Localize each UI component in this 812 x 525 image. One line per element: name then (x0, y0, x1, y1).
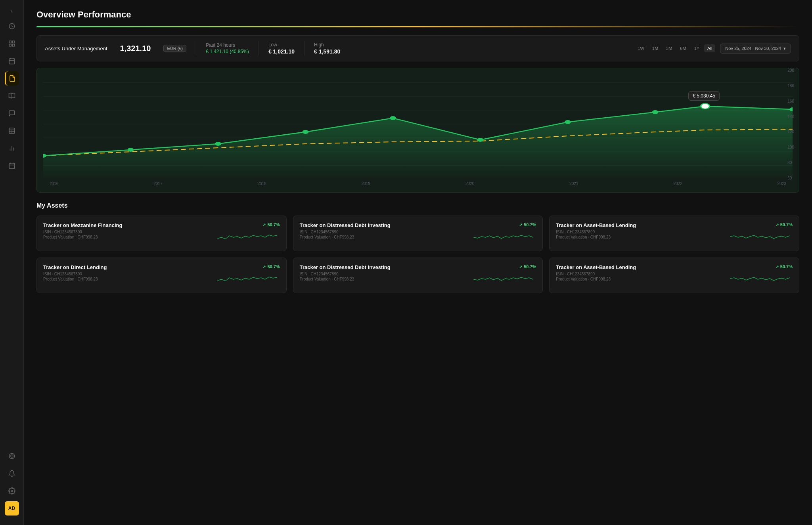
asset-valuation-5: Product Valuation · CHF998.23 (556, 277, 636, 281)
svg-rect-2 (12, 41, 14, 43)
asset-isin-4: ISIN · CH1234567890 (300, 272, 391, 276)
mini-chart-0 (216, 229, 280, 244)
asset-card-header-5: Tracker on Asset-Based Lending ISIN · CH… (556, 264, 793, 286)
asset-isin-2: ISIN · CH1234567890 (556, 230, 636, 234)
asset-valuation-4: Product Valuation · CHF998.23 (300, 277, 391, 281)
svg-point-41 (701, 103, 709, 109)
mini-chart-5 (729, 271, 793, 286)
time-filter-1w[interactable]: 1W (634, 44, 647, 52)
currency-selector[interactable]: EUR (€) (163, 45, 186, 52)
sidebar-item-document[interactable] (5, 71, 19, 86)
asset-name-3: Tracker on Direct Lending (43, 264, 107, 270)
mini-chart-1 (473, 229, 536, 244)
sidebar-item-table[interactable] (5, 124, 19, 138)
svg-point-36 (303, 130, 309, 134)
time-filter-3m[interactable]: 3M (663, 44, 675, 52)
high-stat: High € 1,591.80 (314, 42, 340, 55)
svg-point-25 (11, 490, 13, 492)
sidebar-collapse-button[interactable]: ‹ (5, 6, 19, 16)
time-filters: 1W 1M 3M 6M 1Y All Nov 25, 2024 - Nov 30… (634, 44, 791, 53)
time-filter-1m[interactable]: 1M (649, 44, 661, 52)
svg-point-40 (652, 110, 659, 114)
page-title: Overview Performance (36, 10, 799, 20)
divider3 (304, 41, 304, 55)
asset-badge-value-0: 50.7% (267, 222, 280, 227)
asset-card-header-1: Tracker on Distressed Debt Investing ISI… (300, 222, 536, 244)
asset-card-header-2: Tracker on Asset-Based Lending ISIN · CH… (556, 222, 793, 244)
main-content: Overview Performance Assets Under Manage… (24, 0, 812, 525)
trend-up-icon: ↗ (519, 223, 522, 227)
divider (196, 41, 196, 55)
asset-card-3[interactable]: Tracker on Direct Lending ISIN · CH12345… (36, 258, 287, 293)
svg-rect-5 (9, 59, 15, 64)
sidebar-bottom-nav: AD (5, 449, 19, 519)
stats-bar: Assets Under Management 1,321.10 EUR (€)… (36, 35, 799, 61)
asset-badge-4: ↗ 50.7% (519, 264, 536, 269)
asset-name-1: Tracker on Distressed Debt Investing (300, 222, 391, 228)
time-filter-all[interactable]: All (704, 44, 715, 52)
chart-y-labels: 2001801601401201008060 (787, 68, 794, 180)
asset-badge-value-5: 50.7% (780, 264, 793, 269)
trend-up-icon: ↗ (262, 265, 266, 269)
time-filter-6m[interactable]: 6M (677, 44, 689, 52)
chart-x-labels: 20162017201820192020202120222023 (43, 179, 793, 186)
asset-card-2[interactable]: Tracker on Asset-Based Lending ISIN · CH… (549, 216, 799, 251)
trend-up-icon: ↗ (519, 265, 522, 269)
svg-rect-9 (9, 128, 15, 134)
mini-chart-4 (473, 271, 536, 286)
sidebar-item-calendar[interactable] (5, 54, 19, 68)
performance-chart: € 5,030.45 (36, 68, 799, 193)
sidebar-item-grid[interactable] (5, 36, 19, 51)
trend-up-icon: ↗ (776, 265, 779, 269)
asset-name-4: Tracker on Distressed Debt Investing (300, 264, 391, 270)
sidebar-item-barchart[interactable] (5, 141, 19, 155)
mini-chart-2 (729, 229, 793, 244)
past24h-stat: Past 24 hours € 1,421.10 (40.85%) (206, 42, 249, 54)
asset-card-4[interactable]: Tracker on Distressed Debt Investing ISI… (293, 258, 543, 293)
asset-valuation-2: Product Valuation · CHF998.23 (556, 235, 636, 239)
asset-badge-value-1: 50.7% (524, 222, 536, 227)
sidebar-item-settings[interactable] (5, 484, 19, 498)
time-filter-1y[interactable]: 1Y (691, 44, 703, 52)
sidebar-nav: ‹ (5, 6, 19, 449)
sidebar-item-calendar2[interactable] (5, 158, 19, 173)
mini-chart-3 (216, 271, 280, 286)
asset-valuation-3: Product Valuation · CHF998.23 (43, 277, 107, 281)
divider2 (259, 41, 259, 55)
sidebar-item-bell[interactable] (5, 466, 19, 481)
my-assets-title: My Assets (36, 202, 799, 209)
svg-rect-4 (12, 44, 14, 46)
asset-name-5: Tracker on Asset-Based Lending (556, 264, 636, 270)
sidebar-item-chat[interactable] (5, 106, 19, 120)
svg-rect-16 (9, 163, 15, 169)
asset-name-2: Tracker on Asset-Based Lending (556, 222, 636, 228)
asset-badge-value-4: 50.7% (524, 264, 536, 269)
asset-card-5[interactable]: Tracker on Asset-Based Lending ISIN · CH… (549, 258, 799, 293)
asset-isin-1: ISIN · CH1234567890 (300, 230, 391, 234)
svg-point-35 (215, 142, 221, 146)
asset-name-0: Tracker on Mezzanine Financing (43, 222, 122, 228)
title-underline (36, 26, 799, 27)
svg-rect-1 (9, 41, 11, 43)
date-range-picker[interactable]: Nov 25, 2024 - Nov 30, 2024 ▾ (720, 44, 791, 53)
asset-badge-5: ↗ 50.7% (776, 264, 793, 269)
asset-card-0[interactable]: Tracker on Mezzanine Financing ISIN · CH… (36, 216, 287, 251)
asset-card-1[interactable]: Tracker on Distressed Debt Investing ISI… (293, 216, 543, 251)
asset-card-header-4: Tracker on Distressed Debt Investing ISI… (300, 264, 536, 286)
sidebar-item-target[interactable] (5, 449, 19, 463)
sidebar-item-book[interactable] (5, 89, 19, 103)
asset-valuation-1: Product Valuation · CHF998.23 (300, 235, 391, 239)
sidebar-item-clock[interactable] (5, 19, 19, 33)
chevron-down-icon: ▾ (783, 46, 786, 51)
asset-badge-2: ↗ 50.7% (776, 222, 793, 227)
sidebar: ‹ (0, 0, 24, 525)
svg-point-38 (477, 138, 484, 142)
svg-point-22 (11, 455, 13, 457)
low-stat: Low € 1,021.10 (268, 42, 295, 55)
ad-badge[interactable]: AD (5, 501, 19, 515)
asset-isin-0: ISIN · CH1234567890 (43, 230, 122, 234)
asset-badge-0: ↗ 50.7% (262, 222, 280, 227)
asset-badge-3: ↗ 50.7% (262, 264, 280, 269)
asset-valuation-0: Product Valuation · CHF998.23 (43, 235, 122, 239)
svg-point-37 (390, 116, 396, 120)
